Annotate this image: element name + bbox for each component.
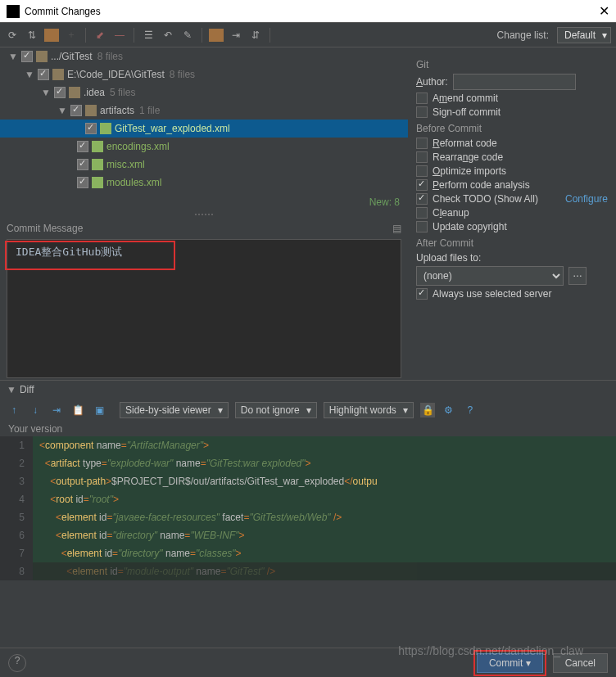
help-icon[interactable]: ?	[463, 404, 478, 416]
add-icon[interactable]: ＋	[64, 28, 79, 43]
lock-icon[interactable]: 🔒	[420, 403, 435, 417]
diff-editor[interactable]: 1<component name="ArtifactManager"> 2 <a…	[0, 436, 616, 580]
jump-icon[interactable]: ⇥	[49, 404, 64, 416]
git-section-title: Git	[416, 59, 608, 70]
close-icon[interactable]: ✕	[599, 3, 609, 19]
always-server-checkbox[interactable]	[416, 288, 428, 300]
diff-icon[interactable]	[44, 29, 59, 42]
tree-item[interactable]: ▼artifacts1 file	[0, 102, 408, 120]
optimize-checkbox[interactable]	[416, 165, 428, 177]
reformat-checkbox[interactable]	[416, 138, 428, 149]
after-commit-title: After Commit	[416, 237, 608, 249]
next-diff-icon[interactable]: ↓	[28, 404, 43, 416]
file-tree[interactable]: ▼.../GitTest8 files ▼E:\Code_IDEA\GitTes…	[0, 47, 408, 195]
prev-diff-icon[interactable]: ↑	[7, 404, 21, 416]
group-icon[interactable]: ☰	[141, 28, 156, 43]
rearrange-checkbox[interactable]	[416, 151, 428, 163]
tree-file[interactable]: vcs.xml	[0, 192, 408, 195]
edit-icon[interactable]: ✎	[180, 28, 195, 43]
new-files-count: New: 8	[0, 195, 408, 210]
clipboard-icon[interactable]: 📋	[70, 404, 85, 416]
amend-checkbox[interactable]	[416, 93, 428, 104]
tree-file[interactable]: misc.xml	[0, 156, 408, 174]
your-version-label: Your version	[0, 422, 616, 436]
tree-item[interactable]: ▼.idea5 files	[0, 83, 408, 102]
gear-icon[interactable]: ⚙	[442, 404, 456, 416]
upload-select[interactable]: (none)	[416, 266, 564, 286]
commit-message-label: Commit Message	[7, 223, 83, 234]
upload-label: Upload files to:	[416, 252, 481, 264]
collapse-icon[interactable]: ⇥	[229, 28, 243, 43]
top-toolbar: ⟳ ⇅ ＋ ⬋ — ☰ ↶ ✎ ⇥ ⇵ Change list: Default	[0, 23, 616, 47]
author-input[interactable]	[453, 74, 576, 90]
help-button[interactable]: ?	[8, 654, 26, 672]
remove-icon[interactable]: —	[112, 28, 127, 43]
filter-icon[interactable]: ⇵	[248, 28, 263, 43]
before-commit-title: Before Commit	[416, 123, 608, 134]
sync-icon[interactable]: ⇅	[25, 28, 39, 43]
history-icon[interactable]: ▤	[392, 223, 401, 234]
todo-checkbox[interactable]	[416, 193, 428, 205]
upload-browse-button[interactable]: …	[568, 267, 587, 285]
revert-icon[interactable]: ⬋	[93, 28, 107, 43]
changelist-label: Change list:	[497, 29, 549, 41]
changelist-combo[interactable]: Default	[557, 27, 611, 43]
highlight-select[interactable]: Highlight words	[324, 402, 414, 418]
analysis-checkbox[interactable]	[416, 179, 428, 191]
tree-file[interactable]: modules.xml	[0, 174, 408, 192]
app-icon	[7, 5, 20, 18]
author-label: Author:	[416, 76, 448, 88]
expand-icon[interactable]	[209, 29, 224, 42]
diff-label[interactable]: Diff	[20, 384, 34, 395]
splitter[interactable]: ⋯⋯	[0, 210, 408, 219]
viewer-mode-select[interactable]: Side-by-side viewer	[120, 402, 229, 418]
tree-file[interactable]: encodings.xml	[0, 138, 408, 156]
copyright-checkbox[interactable]	[416, 221, 428, 232]
tree-item[interactable]: ▼E:\Code_IDEA\GitTest8 files	[0, 65, 408, 83]
external-icon[interactable]: ▣	[92, 404, 106, 416]
tree-root[interactable]: ▼.../GitTest8 files	[0, 47, 408, 65]
undo-icon[interactable]: ↶	[161, 28, 175, 43]
cleanup-checkbox[interactable]	[416, 207, 428, 219]
window-title: Commit Changes	[25, 6, 599, 17]
signoff-checkbox[interactable]	[416, 106, 428, 118]
refresh-icon[interactable]: ⟳	[5, 28, 20, 43]
watermark: https://blog.csdn.net/dandelion_claw	[398, 644, 583, 657]
tree-file-selected[interactable]: GitTest_war_exploded.xml	[0, 120, 408, 138]
configure-link[interactable]: Configure	[565, 193, 608, 205]
ignore-select[interactable]: Do not ignore	[235, 402, 317, 418]
